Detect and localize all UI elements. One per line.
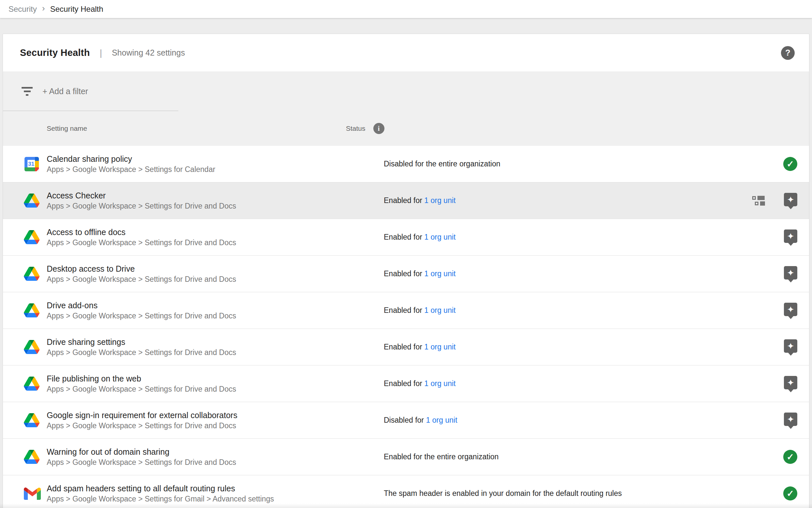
status-text: Enabled for: [384, 379, 424, 388]
status-cell: Enabled for 1 org unit: [384, 379, 456, 388]
table-row[interactable]: Desktop access to Drive Apps > Google Wo…: [3, 256, 809, 292]
setting-cell: Drive sharing settings Apps > Google Wor…: [47, 336, 384, 357]
trailing-icons: ✓ ✦: [784, 415, 797, 426]
filter-and-header-band: + Add a filter Setting name Status i: [3, 72, 809, 146]
drive-icon: [24, 376, 41, 392]
status-ok-check-icon: ✓: [783, 486, 797, 501]
recommendation-flag-icon[interactable]: ✦: [784, 266, 797, 280]
drive-icon: [24, 229, 41, 246]
filter-bar[interactable]: + Add a filter: [3, 72, 809, 111]
table-header-row: Setting name Status i: [3, 111, 809, 146]
card-header: Security Health | Showing 42 settings ?: [3, 34, 809, 72]
setting-path: Apps > Google Workspace > Settings for D…: [47, 347, 384, 357]
add-filter-button[interactable]: + Add a filter: [42, 87, 88, 96]
status-cell: Disabled for the entire organization: [384, 160, 500, 168]
table-row[interactable]: 31 Calendar sharing policy Apps > Google…: [3, 146, 809, 182]
table-row[interactable]: Access Checker Apps > Google Workspace >…: [3, 182, 809, 219]
status-ok-check-icon: ✓: [783, 450, 797, 464]
setting-name: Access to offline docs: [47, 226, 384, 238]
status-column-header: Status i: [346, 123, 384, 134]
page-title: Security Health: [20, 47, 90, 58]
status-text: Disabled for the entire organization: [384, 160, 500, 168]
setting-cell: Calendar sharing policy Apps > Google Wo…: [47, 153, 384, 175]
table-row[interactable]: Drive sharing settings Apps > Google Wor…: [3, 329, 809, 366]
status-text: Disabled for: [384, 416, 426, 424]
table-row[interactable]: Google sign-in requirement for external …: [3, 402, 809, 439]
status-text: The spam header is enabled in your domai…: [384, 489, 622, 498]
trailing-icons: ✓ ✦: [783, 450, 797, 464]
setting-path: Apps > Google Workspace > Settings for D…: [47, 201, 384, 211]
settings-count: Showing 42 settings: [112, 48, 185, 57]
setting-name: Access Checker: [47, 190, 384, 201]
info-icon[interactable]: i: [373, 123, 384, 134]
setting-path: Apps > Google Workspace > Settings for D…: [47, 238, 384, 248]
status-text: Enabled for: [384, 306, 424, 314]
trailing-icons: ✓ ✦: [784, 231, 797, 243]
page-background: Security Health | Showing 42 settings ? …: [0, 18, 812, 508]
breadcrumb-current: Security Health: [50, 5, 103, 14]
status-org-unit-link[interactable]: 1 org unit: [424, 379, 456, 388]
table-row[interactable]: Warning for out of domain sharing Apps >…: [3, 439, 809, 475]
drive-icon: [24, 339, 41, 355]
status-cell: Enabled for 1 org unit: [384, 233, 456, 242]
status-cell: Enabled for 1 org unit: [384, 306, 456, 315]
status-org-unit-link[interactable]: 1 org unit: [424, 233, 456, 241]
recommendation-flag-icon[interactable]: ✦: [784, 303, 797, 316]
table-row[interactable]: Drive add-ons Apps > Google Workspace > …: [3, 292, 809, 329]
status-cell: Enabled for 1 org unit: [384, 269, 456, 278]
drive-icon: [24, 412, 41, 429]
setting-name: Desktop access to Drive: [47, 263, 384, 274]
setting-cell: Desktop access to Drive Apps > Google Wo…: [47, 263, 384, 284]
status-org-unit-link[interactable]: 1 org unit: [426, 416, 457, 424]
recommendation-flag-icon[interactable]: ✦: [784, 229, 797, 243]
help-icon[interactable]: ?: [781, 46, 795, 60]
status-text: Enabled for the entire organization: [384, 453, 499, 461]
status-org-unit-link[interactable]: 1 org unit: [424, 269, 456, 278]
setting-cell: File publishing on the web Apps > Google…: [47, 373, 384, 394]
trailing-icons: ✓ ✦: [783, 157, 797, 171]
trailing-icons: ✓ ✦: [784, 378, 797, 389]
status-org-unit-link[interactable]: 1 org unit: [424, 196, 456, 205]
breadcrumb-parent-link[interactable]: Security: [8, 5, 37, 14]
status-ok-check-icon: ✓: [783, 157, 797, 171]
title-divider: |: [100, 48, 102, 58]
status-cell: Enabled for 1 org unit: [384, 196, 456, 205]
status-text: Enabled for: [384, 196, 424, 205]
filter-icon: [21, 87, 33, 96]
setting-path: Apps > Google Workspace > Settings for G…: [47, 494, 384, 504]
setting-path: Apps > Google Workspace > Settings for D…: [47, 311, 384, 321]
status-text: Enabled for: [384, 269, 424, 278]
trailing-icons: ✓ ✦: [752, 195, 797, 206]
recommendation-flag-icon[interactable]: ✦: [784, 376, 797, 389]
status-cell: The spam header is enabled in your domai…: [384, 489, 622, 498]
table-row[interactable]: Access to offline docs Apps > Google Wor…: [3, 219, 809, 256]
recommendation-flag-icon[interactable]: ✦: [784, 339, 797, 353]
drive-icon: [24, 302, 41, 319]
trailing-icons: ✓ ✦: [784, 268, 797, 280]
setting-name: Google sign-in requirement for external …: [47, 410, 384, 421]
trailing-icons: ✓ ✦: [784, 305, 797, 316]
table-row[interactable]: Add spam headers setting to all default …: [3, 475, 809, 508]
status-text: Enabled for: [384, 343, 424, 351]
setting-name: Warning for out of domain sharing: [47, 446, 384, 457]
setting-path: Apps > Google Workspace > Settings for D…: [47, 421, 384, 431]
security-health-card: Security Health | Showing 42 settings ? …: [3, 34, 809, 508]
setting-path: Apps > Google Workspace > Settings for C…: [47, 164, 384, 175]
status-org-unit-link[interactable]: 1 org unit: [424, 306, 456, 314]
table-row[interactable]: File publishing on the web Apps > Google…: [3, 366, 809, 402]
setting-name-column-header: Setting name: [47, 125, 346, 132]
svg-text:31: 31: [28, 161, 35, 167]
gmail-icon: [24, 485, 41, 502]
setting-name: Calendar sharing policy: [47, 153, 384, 164]
settings-table-body: 31 Calendar sharing policy Apps > Google…: [3, 146, 809, 508]
breadcrumb: Security › Security Health: [0, 0, 812, 18]
status-text: Enabled for: [384, 233, 424, 241]
status-org-unit-link[interactable]: 1 org unit: [424, 343, 456, 351]
drive-icon: [24, 193, 41, 209]
setting-path: Apps > Google Workspace > Settings for D…: [47, 384, 384, 394]
recommendation-flag-icon[interactable]: ✦: [784, 193, 797, 206]
recommendation-flag-icon[interactable]: ✦: [784, 413, 797, 426]
org-units-icon[interactable]: [752, 196, 765, 206]
setting-cell: Google sign-in requirement for external …: [47, 410, 384, 431]
trailing-icons: ✓ ✦: [783, 486, 797, 501]
